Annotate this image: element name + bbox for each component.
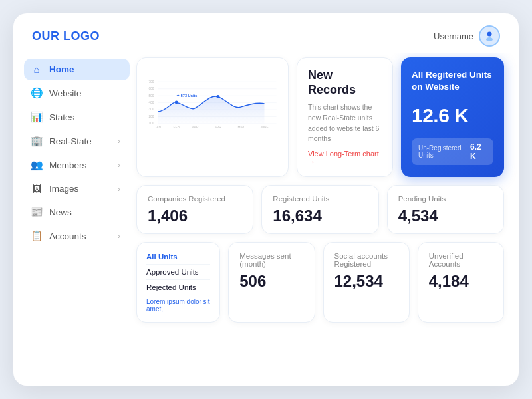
- home-icon: ⌂: [31, 64, 43, 75]
- stat-value-1: 16,634: [273, 207, 367, 225]
- sidebar-label-states: States: [49, 112, 74, 122]
- list-item-0[interactable]: All Units: [146, 249, 210, 265]
- bottom-stat-value-0: 506: [239, 272, 303, 291]
- stat-card-2: Pending Units 4,534: [387, 185, 504, 234]
- line-chart: 700 600 500 400 300 200 100: [148, 67, 277, 140]
- body: ⌂ Home 🌐 Website 📊 States 🏢 Real-State ›…: [13, 53, 519, 386]
- top-row: 700 600 500 400 300 200 100: [136, 57, 504, 177]
- bottom-list-card: All UnitsApproved UnitsRejected UnitsLor…: [136, 242, 220, 323]
- header: OUR LOGO Username: [13, 13, 519, 53]
- chevron-icon: ›: [118, 161, 120, 169]
- logo-text: OUR: [32, 29, 63, 43]
- sidebar-item-members[interactable]: 👥 Members ›: [24, 154, 130, 176]
- bottom-stat-label-0: Messages sent (month): [239, 252, 303, 268]
- chart-card: 700 600 500 400 300 200 100: [136, 57, 289, 177]
- records-title: New Records: [308, 68, 382, 97]
- bottom-stat-card-1: Social accounts Registered 12,534: [323, 242, 410, 323]
- svg-text:MAY: MAY: [238, 126, 245, 129]
- blue-card-sub-label: Un-Registered Units: [418, 144, 470, 159]
- bottom-stat-label-2: Unverified Accounts: [429, 252, 493, 268]
- bottom-stat-value-2: 4,184: [429, 272, 493, 291]
- blue-card-title: All Regitered Units on Website: [412, 69, 493, 92]
- sidebar: ⌂ Home 🌐 Website 📊 States 🏢 Real-State ›…: [13, 53, 130, 386]
- records-link[interactable]: View Long-Term chart →: [308, 150, 382, 166]
- svg-text:700: 700: [148, 80, 154, 84]
- stats-row: Companies Registered 1,406 Registered Un…: [136, 185, 504, 234]
- svg-point-22: [175, 100, 178, 104]
- dashboard-card: OUR LOGO Username ⌂ Home 🌐 Website 📊 Sta…: [13, 13, 519, 386]
- stat-label-1: Registered Units: [273, 195, 367, 203]
- svg-text:400: 400: [148, 101, 154, 104]
- bottom-stat-value-1: 12,534: [334, 272, 398, 291]
- sidebar-label-images: Images: [49, 184, 78, 194]
- news-icon: 📰: [31, 206, 43, 218]
- svg-text:600: 600: [148, 87, 154, 90]
- username-label: Username: [434, 31, 473, 41]
- svg-text:MAR: MAR: [192, 126, 199, 129]
- svg-point-1: [486, 37, 493, 41]
- sidebar-label-accounts: Accounts: [49, 231, 86, 241]
- svg-text:JUNE: JUNE: [260, 126, 269, 129]
- states-icon: 📊: [31, 111, 43, 123]
- blue-stats-card: All Regitered Units on Website 12.6 K Un…: [401, 57, 504, 177]
- blue-card-sub-value: 6.2 K: [470, 142, 487, 161]
- sidebar-item-states[interactable]: 📊 States: [24, 106, 130, 128]
- images-icon: 🖼: [31, 183, 43, 194]
- sidebar-label-real-state: Real-State: [49, 136, 92, 146]
- main-content: 700 600 500 400 300 200 100: [130, 53, 519, 386]
- svg-point-23: [216, 95, 219, 98]
- svg-text:APR: APR: [215, 126, 221, 129]
- stat-label-0: Companies Registered: [148, 195, 242, 203]
- svg-text:FEB: FEB: [173, 126, 179, 129]
- chevron-icon: ›: [118, 137, 120, 145]
- chevron-icon: ›: [118, 232, 120, 240]
- sidebar-item-real-state[interactable]: 🏢 Real-State ›: [24, 130, 130, 152]
- sidebar-label-home: Home: [49, 65, 74, 74]
- logo-accent: LOGO: [63, 29, 100, 43]
- chevron-icon: ›: [118, 185, 120, 193]
- bottom-stat-card-2: Unverified Accounts 4,184: [418, 242, 504, 323]
- sidebar-item-home[interactable]: ⌂ Home: [24, 59, 130, 80]
- stat-card-0: Companies Registered 1,406: [136, 185, 253, 234]
- sidebar-label-members: Members: [49, 160, 86, 170]
- sidebar-label-website: Website: [49, 88, 82, 98]
- sidebar-label-news: News: [49, 207, 72, 217]
- website-icon: 🌐: [31, 87, 43, 99]
- stat-value-2: 4,534: [398, 207, 493, 225]
- stat-value-0: 1,406: [148, 207, 242, 225]
- table-row: Lorem ipsum dolor sit amet,: [146, 295, 210, 315]
- svg-point-0: [487, 32, 492, 37]
- records-description: This chart shows the new Real-State unit…: [308, 102, 382, 144]
- stat-card-1: Registered Units 16,634: [261, 185, 378, 234]
- records-card: New Records This chart shows the new Rea…: [297, 57, 393, 177]
- svg-text:300: 300: [148, 108, 154, 111]
- real-state-icon: 🏢: [31, 135, 43, 147]
- members-icon: 👥: [31, 159, 43, 171]
- sidebar-item-news[interactable]: 📰 News: [24, 201, 130, 223]
- svg-text:200: 200: [148, 115, 154, 118]
- sidebar-item-images[interactable]: 🖼 Images ›: [24, 178, 130, 200]
- user-menu[interactable]: Username: [434, 25, 500, 47]
- svg-text:100: 100: [148, 122, 154, 125]
- avatar: [479, 25, 500, 47]
- svg-text:500: 500: [148, 94, 154, 98]
- bottom-stat-card-0: Messages sent (month) 506: [228, 242, 315, 323]
- bottom-stat-label-1: Social accounts Registered: [334, 252, 398, 268]
- sidebar-item-accounts[interactable]: 📋 Accounts ›: [24, 225, 130, 247]
- list-item-1[interactable]: Approved Units: [146, 265, 210, 280]
- accounts-icon: 📋: [31, 230, 43, 242]
- logo: OUR LOGO: [32, 29, 100, 43]
- blue-card-sub: Un-Registered Units 6.2 K: [412, 138, 493, 165]
- svg-text:JAN: JAN: [155, 126, 162, 129]
- stat-label-2: Pending Units: [398, 195, 493, 203]
- blue-card-main-value: 12.6 K: [412, 104, 493, 127]
- svg-text:✦ 573 Units: ✦ 573 Units: [176, 94, 197, 98]
- list-item-2[interactable]: Rejected Units: [146, 280, 210, 295]
- sidebar-item-website[interactable]: 🌐 Website: [24, 82, 130, 104]
- bottom-row: All UnitsApproved UnitsRejected UnitsLor…: [136, 242, 504, 323]
